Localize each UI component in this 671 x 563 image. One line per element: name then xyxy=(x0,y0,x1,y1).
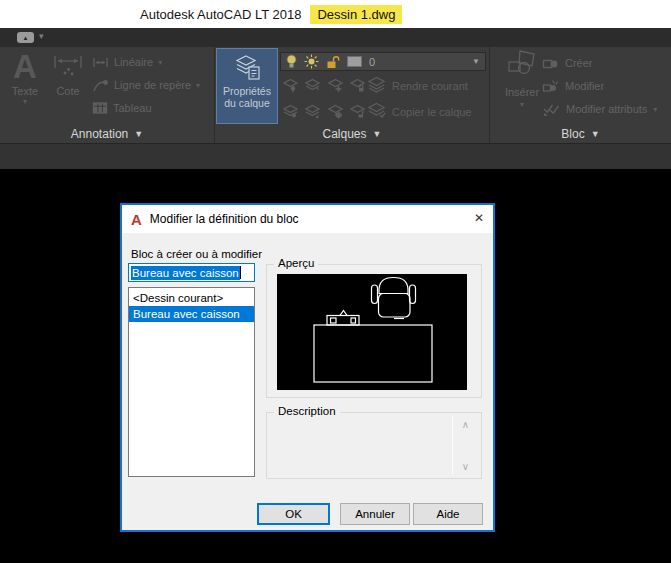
lineaire-button[interactable]: Linéaire ▾ xyxy=(92,53,162,71)
chevron-down-icon: ▼ xyxy=(373,129,382,139)
text-a-icon: A xyxy=(13,48,37,85)
copier-le-calque-label[interactable]: Copier le calque xyxy=(392,106,472,118)
window-titlebar: Autodesk AutoCAD LT 2018 Dessin 1.dwg xyxy=(0,0,671,28)
layer-unlock-tool-icon[interactable] xyxy=(349,104,366,119)
description-textarea[interactable] xyxy=(269,415,451,476)
ribbon: A Texte ▾ Cote Linéaire ▾ xyxy=(0,47,671,143)
creer-button[interactable]: Créer xyxy=(542,54,593,72)
panel-footer-bloc[interactable]: Bloc ▼ xyxy=(490,125,671,143)
layer-on-bulb-icon xyxy=(286,54,297,69)
layer-match-icon[interactable] xyxy=(282,104,299,119)
dialog-body: Bloc à créer ou à modifier Bureau avec c… xyxy=(122,233,493,530)
block-preview xyxy=(277,274,467,390)
apercu-group: Aperçu xyxy=(266,264,482,398)
layer-unlock-icon xyxy=(326,55,340,69)
proprietes-label-line2: du calque xyxy=(217,97,277,109)
list-item[interactable]: <Dessin courant> xyxy=(129,290,254,306)
dialog-titlebar[interactable]: A Modifier la définition du bloc ✕ xyxy=(122,205,493,233)
panel-footer-label: Annotation xyxy=(71,127,128,141)
dialog-title: Modifier la définition du bloc xyxy=(150,212,299,226)
cancel-button[interactable]: Annuler xyxy=(340,503,410,525)
rendre-courant-label[interactable]: Rendre courant xyxy=(392,80,468,92)
description-group: Description ∧ ∨ xyxy=(266,412,482,479)
ligne-de-repere-button[interactable]: Ligne de repère ▾ xyxy=(92,76,200,94)
ligne-de-repere-label: Ligne de repère xyxy=(114,79,191,91)
panel-footer-calques[interactable]: Calques ▼ xyxy=(215,125,489,143)
table-icon xyxy=(92,101,108,115)
block-name-input[interactable]: Bureau avec caisson xyxy=(128,263,255,282)
selected-input-text: Bureau avec caisson xyxy=(131,266,240,280)
texte-label: Texte xyxy=(6,85,44,97)
close-icon[interactable]: ✕ xyxy=(474,211,484,225)
panel-footer-label: Calques xyxy=(323,127,367,141)
block-name-label: Bloc à créer ou à modifier xyxy=(131,248,262,260)
window-title: Autodesk AutoCAD LT 2018 Dessin 1.dwg xyxy=(140,5,402,24)
panel-calques: Propriétés du calque 0 ▼ xyxy=(215,47,490,143)
proprietes-du-calque-button[interactable]: Propriétés du calque xyxy=(216,48,278,124)
modifier-button[interactable]: Modifier xyxy=(542,77,604,95)
description-scrollbar[interactable]: ∧ ∨ xyxy=(452,416,478,475)
chevron-down-icon: ▾ xyxy=(500,100,544,109)
creer-label: Créer xyxy=(565,57,593,69)
chevron-down-icon[interactable]: ▾ xyxy=(39,31,44,41)
layer-color-swatch xyxy=(347,56,362,67)
layer-isolate-icon[interactable] xyxy=(282,78,299,93)
modifier-attributs-label: Modifier attributs xyxy=(566,103,647,115)
dimension-icon xyxy=(52,53,84,81)
edit-attributes-icon xyxy=(542,102,560,116)
minimize-ribbon-button[interactable]: ▲ xyxy=(17,32,34,43)
tableau-label: Tableau xyxy=(113,102,152,114)
panel-bloc: Insérer ▾ Créer Modifier Modifie xyxy=(490,47,671,143)
chevron-down-icon: ▾ xyxy=(158,58,162,67)
chevron-down-icon: ▼ xyxy=(591,129,600,139)
proprietes-label-line1: Propriétés xyxy=(217,85,277,97)
cote-label: Cote xyxy=(49,85,87,97)
leader-line-icon xyxy=(92,78,109,92)
layer-previous-icon[interactable] xyxy=(304,104,321,119)
chevron-down-icon[interactable]: ▼ xyxy=(472,57,480,66)
current-layer-name: 0 xyxy=(369,56,375,68)
panel-annotation: A Texte ▾ Cote Linéaire ▾ xyxy=(0,47,215,143)
layer-thaw-icon[interactable] xyxy=(327,104,344,119)
layer-freeze-icon[interactable] xyxy=(327,78,344,93)
chevron-down-icon: ▾ xyxy=(653,105,657,114)
inserer-label: Insérer xyxy=(500,86,544,98)
edit-block-definition-dialog: A Modifier la définition du bloc ✕ Bloc … xyxy=(120,203,495,532)
ribbon-bottom-strip xyxy=(0,143,671,169)
panel-footer-label: Bloc xyxy=(561,127,584,141)
list-item-selected[interactable]: Bureau avec caisson xyxy=(129,306,254,322)
block-list[interactable]: <Dessin courant> Bureau avec caisson xyxy=(128,287,255,477)
layer-unisolate-icon[interactable] xyxy=(304,78,321,93)
help-button[interactable]: Aide xyxy=(413,503,483,525)
layer-lock-icon[interactable] xyxy=(349,78,366,93)
modifier-attributs-button[interactable]: Modifier attributs ▾ xyxy=(542,100,657,118)
desk-with-chair-drawing xyxy=(277,274,467,390)
text-cursor xyxy=(240,266,241,279)
copy-layer-icon[interactable] xyxy=(367,102,386,119)
layer-combo[interactable]: 0 ▼ xyxy=(280,52,486,71)
apercu-label: Aperçu xyxy=(274,257,318,269)
cote-button[interactable]: Cote xyxy=(49,53,87,97)
texte-button[interactable]: A Texte ▾ xyxy=(6,50,44,106)
app-title: Autodesk AutoCAD LT 2018 xyxy=(140,7,301,22)
edit-block-icon xyxy=(542,79,559,93)
scroll-up-icon[interactable]: ∧ xyxy=(453,419,478,430)
panel-footer-annotation[interactable]: Annotation ▼ xyxy=(0,125,214,143)
chevron-down-icon: ▾ xyxy=(6,97,44,106)
up-triangle-icon: ▲ xyxy=(23,35,29,41)
tableau-button[interactable]: Tableau xyxy=(92,99,152,117)
insert-block-icon xyxy=(506,49,538,82)
scroll-down-icon[interactable]: ∨ xyxy=(453,461,478,472)
layer-freeze-sun-icon xyxy=(304,54,319,69)
inserer-button[interactable]: Insérer ▾ xyxy=(500,49,544,109)
chevron-down-icon: ▼ xyxy=(134,129,143,139)
document-title-highlighted: Dessin 1.dwg xyxy=(310,5,402,24)
chevron-down-icon: ▾ xyxy=(196,81,200,90)
layer-properties-icon xyxy=(234,54,261,81)
linear-dimension-icon xyxy=(92,56,109,69)
autocad-logo-icon: A xyxy=(131,212,142,227)
modifier-label: Modifier xyxy=(565,80,604,92)
ok-button[interactable]: OK xyxy=(257,503,330,525)
make-current-layer-icon[interactable] xyxy=(367,76,386,93)
lineaire-label: Linéaire xyxy=(114,56,153,68)
